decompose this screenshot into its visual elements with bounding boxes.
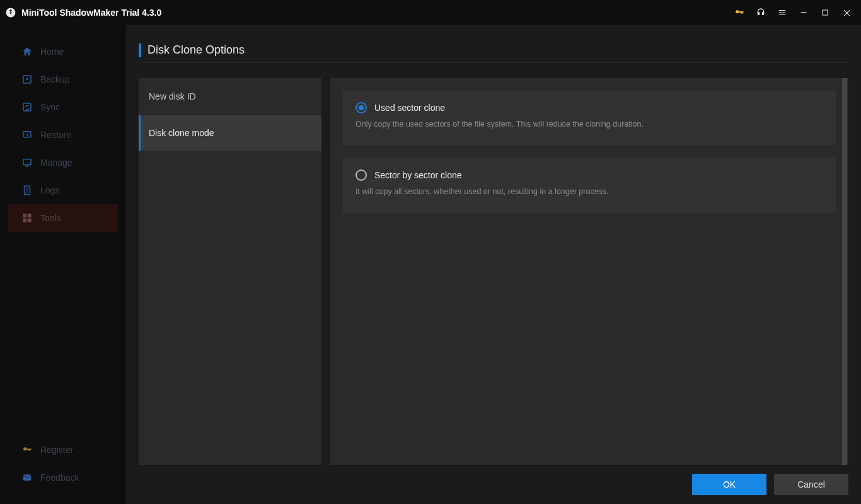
ok-button[interactable]: OK [692, 474, 766, 495]
svg-rect-12 [23, 474, 31, 480]
radio-description: Only copy the used sectors of the file s… [355, 118, 823, 130]
menu-icon[interactable] [773, 3, 792, 22]
svg-rect-10 [23, 219, 26, 222]
sidebar-item-logs[interactable]: Logs [0, 176, 125, 204]
sidebar-item-tools[interactable]: Tools [8, 204, 118, 232]
radio-row: Sector by sector clone [355, 169, 823, 181]
svg-rect-9 [28, 214, 32, 217]
radio-title: Sector by sector clone [374, 170, 462, 180]
content-row: New disk ID Disk clone mode Used sector … [139, 78, 848, 465]
app-title: MiniTool ShadowMaker Trial 4.3.0 [21, 8, 161, 18]
radio-card-used-sector[interactable]: Used sector clone Only copy the used sec… [343, 91, 836, 146]
license-key-icon[interactable] [730, 3, 749, 22]
sidebar-item-label: Feedback [40, 472, 79, 483]
sidebar-item-label: Restore [40, 130, 71, 140]
sidebar-item-label: Logs [40, 185, 59, 195]
titlebar: MiniTool ShadowMaker Trial 4.3.0 [0, 0, 861, 25]
support-headset-icon[interactable] [751, 3, 770, 22]
svg-rect-0 [800, 12, 806, 13]
sidebar-item-label: Register [40, 445, 73, 455]
radio-button-icon[interactable] [355, 102, 367, 113]
radio-description: It will copy all sectors, whether used o… [355, 186, 823, 198]
heading-accent-bar [139, 43, 141, 57]
sidebar-item-label: Manage [40, 158, 72, 168]
sidebar-item-manage[interactable]: Manage [0, 149, 125, 176]
titlebar-left: MiniTool ShadowMaker Trial 4.3.0 [5, 7, 161, 18]
svg-rect-6 [26, 166, 29, 167]
sidebar-item-feedback[interactable]: Feedback [0, 464, 125, 491]
sidebar-item-restore[interactable]: Restore [0, 121, 125, 149]
page-title: Disk Clone Options [147, 43, 245, 57]
mail-icon [21, 472, 33, 483]
app-logo-icon [5, 7, 16, 18]
sidebar-bottom-group: Register Feedback [0, 436, 125, 491]
manage-icon [21, 157, 33, 168]
page-heading: Disk Clone Options [139, 38, 848, 63]
sidebar: Home Backup Sync Restore [0, 25, 126, 504]
options-item-disk-clone-mode[interactable]: Disk clone mode [139, 115, 321, 151]
cancel-button[interactable]: Cancel [774, 474, 848, 495]
radio-title: Used sector clone [374, 103, 445, 113]
radio-button-icon[interactable] [355, 169, 367, 181]
button-label: Cancel [797, 479, 825, 490]
options-item-label: New disk ID [149, 91, 196, 101]
radio-row: Used sector clone [355, 102, 823, 113]
logs-icon [21, 185, 33, 196]
scrollbar[interactable] [842, 78, 847, 465]
sidebar-item-backup[interactable]: Backup [0, 66, 125, 93]
minimize-icon[interactable] [794, 3, 813, 22]
sidebar-main-group: Home Backup Sync Restore [0, 38, 125, 436]
options-item-label: Disk clone mode [149, 128, 214, 138]
backup-icon [21, 74, 33, 85]
close-icon[interactable] [837, 3, 856, 22]
sync-icon [21, 101, 33, 113]
sidebar-item-label: Backup [40, 74, 70, 84]
home-icon [21, 46, 33, 57]
svg-rect-11 [28, 219, 32, 222]
sidebar-item-home[interactable]: Home [0, 38, 125, 66]
options-sidebar: New disk ID Disk clone mode [139, 78, 321, 465]
main: Disk Clone Options New disk ID Disk clon… [126, 25, 861, 504]
titlebar-right [730, 3, 856, 22]
options-pane: Used sector clone Only copy the used sec… [330, 78, 848, 465]
footer: OK Cancel [139, 465, 848, 495]
svg-rect-5 [23, 159, 31, 165]
maximize-icon[interactable] [816, 3, 835, 22]
sidebar-item-label: Tools [40, 213, 61, 223]
sidebar-item-label: Home [40, 47, 64, 57]
restore-icon [21, 129, 33, 140]
svg-rect-1 [823, 10, 828, 15]
radio-card-sector-by-sector[interactable]: Sector by sector clone It will copy all … [343, 158, 836, 213]
sidebar-item-label: Sync [40, 102, 60, 112]
button-label: OK [723, 479, 736, 490]
body: Home Backup Sync Restore [0, 25, 861, 504]
svg-rect-8 [23, 214, 26, 217]
options-item-new-disk-id[interactable]: New disk ID [139, 78, 321, 115]
key-icon [21, 444, 33, 455]
tools-icon [21, 212, 33, 224]
sidebar-item-register[interactable]: Register [0, 436, 125, 464]
sidebar-item-sync[interactable]: Sync [0, 93, 125, 121]
